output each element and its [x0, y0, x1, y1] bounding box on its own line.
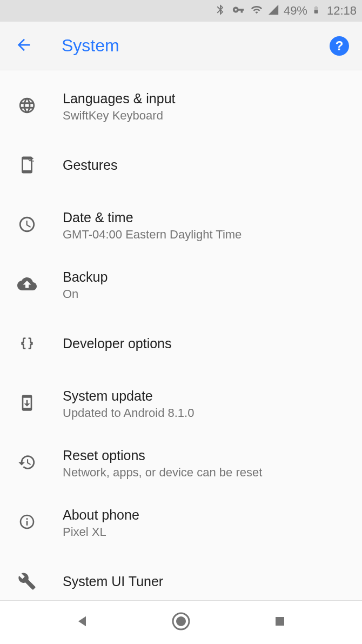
status-bar: 49% 12:18	[0, 0, 362, 22]
wifi-icon	[250, 4, 263, 18]
wrench-icon	[18, 572, 36, 593]
back-button[interactable]	[13, 35, 35, 57]
page-title: System	[62, 36, 330, 56]
list-item-gestures[interactable]: Gestures	[0, 136, 362, 196]
list-item-title: Gestures	[63, 157, 351, 173]
list-item-subtitle: GMT-04:00 Eastern Daylight Time	[63, 228, 351, 242]
list-item-developer[interactable]: Developer options	[0, 315, 362, 374]
navigation-bar	[0, 601, 362, 644]
list-item-subtitle: On	[63, 287, 351, 301]
cell-signal-icon	[267, 4, 279, 18]
circle-home-icon	[171, 612, 191, 633]
braces-icon	[18, 335, 36, 354]
list-item-subtitle: Updated to Android 8.1.0	[63, 406, 351, 420]
list-item-backup[interactable]: Backup On	[0, 255, 362, 315]
status-clock: 12:18	[327, 4, 357, 18]
svg-rect-5	[276, 617, 284, 626]
nav-recents-button[interactable]	[264, 606, 296, 639]
list-item-title: Developer options	[63, 336, 351, 351]
globe-icon	[18, 96, 36, 117]
list-item-subtitle: Network, apps, or device can be reset	[63, 466, 351, 480]
svg-point-1	[32, 161, 33, 162]
list-item-title: System update	[63, 388, 351, 404]
list-item-languages[interactable]: Languages & input SwiftKey Keyboard	[0, 77, 362, 136]
info-icon	[18, 513, 36, 533]
cloud-upload-icon	[17, 274, 37, 296]
list-item-title: Languages & input	[63, 91, 351, 107]
svg-point-4	[176, 616, 186, 626]
square-recents-icon	[273, 615, 286, 630]
svg-point-0	[30, 159, 32, 161]
list-item-subtitle: Pixel XL	[63, 525, 351, 539]
list-item-title: Date & time	[63, 210, 351, 225]
help-icon: ?	[336, 38, 344, 54]
clock-icon	[18, 215, 36, 236]
svg-point-2	[32, 158, 33, 159]
list-item-datetime[interactable]: Date & time GMT-04:00 Eastern Daylight T…	[0, 196, 362, 255]
list-item-update[interactable]: System update Updated to Android 8.1.0	[0, 374, 362, 434]
nav-back-button[interactable]	[66, 606, 98, 639]
nav-home-button[interactable]	[165, 606, 197, 639]
arrow-back-icon	[15, 36, 33, 56]
vpn-key-icon	[231, 4, 246, 18]
list-item-title: System UI Tuner	[63, 574, 351, 589]
list-item-subtitle: SwiftKey Keyboard	[63, 109, 351, 123]
bluetooth-icon	[214, 4, 226, 18]
settings-list: Languages & input SwiftKey Keyboard Gest…	[0, 70, 362, 612]
list-item-title: About phone	[63, 507, 351, 523]
app-bar: System ?	[0, 22, 362, 70]
list-item-about[interactable]: About phone Pixel XL	[0, 493, 362, 553]
battery-icon	[312, 3, 320, 19]
gesture-icon	[18, 156, 36, 176]
system-update-icon	[18, 394, 36, 414]
list-item-title: Backup	[63, 269, 351, 285]
triangle-back-icon	[75, 614, 90, 631]
list-item-title: Reset options	[63, 448, 351, 463]
battery-percent: 49%	[284, 4, 307, 18]
help-button[interactable]: ?	[330, 36, 349, 56]
restore-icon	[18, 453, 36, 474]
list-item-reset[interactable]: Reset options Network, apps, or device c…	[0, 434, 362, 493]
